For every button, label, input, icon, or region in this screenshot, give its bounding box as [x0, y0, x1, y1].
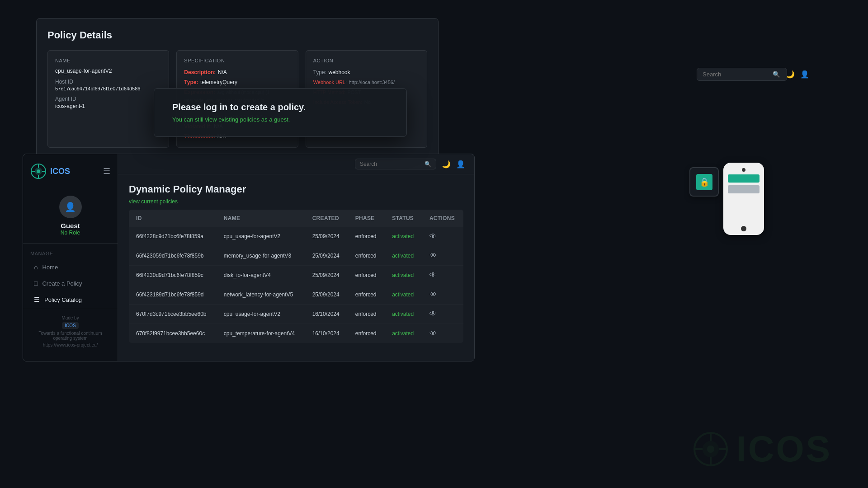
col-name: Name — [217, 210, 305, 227]
table-row: 66f423059d71bc6fe78f859b memory_usage-fo… — [129, 246, 463, 266]
cell-phase: enforced — [348, 285, 385, 305]
table-header-row: ID Name Created Phase Status Actions — [129, 210, 463, 227]
cell-phase: enforced — [348, 305, 385, 324]
cell-id: 66f423059d71bc6fe78f859b — [129, 246, 217, 266]
phone-dot-bottom — [741, 226, 746, 231]
user-menu-button[interactable]: 👤 — [800, 70, 809, 79]
cell-id: 66f423189d71bc6fe78f859d — [129, 285, 217, 305]
dark-mode-button[interactable]: 🌙 — [442, 160, 451, 169]
view-policy-button[interactable]: 👁 — [429, 271, 437, 279]
desc-label: Description: — [184, 69, 216, 75]
top-right-search-button[interactable]: 🔍 — [773, 71, 780, 78]
icos-small-logo: ICOS — [62, 322, 78, 329]
host-id-value: 57e17cac94714bf6976f1e071d64d586 — [55, 86, 161, 91]
view-policy-button[interactable]: 👁 — [429, 310, 437, 318]
col-phase: Phase — [348, 210, 385, 227]
main-topbar: 🔍 🌙 👤 — [118, 154, 474, 174]
watermark: ICOS — [693, 428, 832, 470]
sidebar: ICOS ☰ 👤 Guest No Role Manage ⌂ Home □ C… — [23, 154, 118, 361]
cell-actions: 👁 — [422, 246, 463, 266]
cell-name: cpu_temperature-for-agentV4 — [217, 324, 305, 343]
name-card-title: Name — [55, 58, 161, 63]
cell-name: disk_io-for-agentV4 — [217, 266, 305, 285]
lock-icon: 🔒 — [696, 174, 712, 190]
spec-card-title: Specification — [184, 58, 290, 63]
search-bar: 🔍 — [355, 159, 436, 169]
login-subtitle: You can still view existing policies as … — [172, 116, 388, 123]
table-row: 66f4230d9d71bc6fe78f859c disk_io-for-age… — [129, 266, 463, 285]
phone-bar-teal — [728, 174, 760, 183]
sidebar-item-create-policy-label: Create a Policy — [42, 280, 82, 287]
agent-id-label: Agent ID — [55, 96, 161, 102]
policy-catalog-icon: ☰ — [34, 296, 40, 303]
phone-decoration — [723, 163, 764, 235]
theme-toggle-button[interactable]: 🌙 — [786, 70, 795, 79]
table-row: 670f82f9971bcee3bb5ee60c cpu_temperature… — [129, 324, 463, 343]
cell-name: memory_usage-for-agentV3 — [217, 246, 305, 266]
cell-phase: enforced — [348, 324, 385, 343]
sidebar-item-home[interactable]: ⌂ Home — [27, 259, 114, 275]
app-container: ICOS ☰ 👤 Guest No Role Manage ⌂ Home □ C… — [23, 154, 475, 361]
name-card: Name cpu_usage-for-agentV2 Host ID 57e17… — [47, 50, 169, 148]
sidebar-item-policy-catalog[interactable]: ☰ Policy Catalog — [27, 291, 114, 308]
cell-status: activated — [385, 305, 422, 324]
desc-value: N/A — [218, 69, 227, 75]
cell-id: 66f4228c9d71bc6fe78f859a — [129, 227, 217, 246]
cell-actions: 👁 — [422, 324, 463, 343]
logo-area: ICOS ☰ — [23, 163, 118, 188]
view-current-policies-link[interactable]: view current policies — [129, 198, 178, 205]
nav-manage-label: Manage — [23, 244, 118, 259]
col-status: Status — [385, 210, 422, 227]
icos-logo-icon — [30, 163, 47, 179]
top-right-search-area: 🔍 🌙 👤 — [697, 68, 809, 81]
watermark-text: ICOS — [736, 428, 832, 470]
cell-phase: enforced — [348, 266, 385, 285]
cell-phase: enforced — [348, 227, 385, 246]
view-policy-button[interactable]: 👁 — [429, 291, 437, 299]
search-bar-icon[interactable]: 🔍 — [425, 161, 431, 167]
view-policy-button[interactable]: 👁 — [429, 329, 437, 338]
cell-actions: 👁 — [422, 285, 463, 305]
made-by-text: Made by — [30, 315, 110, 320]
hamburger-button[interactable]: ☰ — [103, 166, 110, 176]
col-created: Created — [305, 210, 348, 227]
cell-status: activated — [385, 227, 422, 246]
footer-url[interactable]: https://www.icos-project.eu/ — [43, 343, 98, 347]
lock-icon-box: 🔒 — [689, 167, 719, 197]
cell-actions: 👁 — [422, 305, 463, 324]
cell-phase: enforced — [348, 246, 385, 266]
svg-point-2 — [37, 169, 40, 173]
spec-type-value: telemetryQuery — [200, 79, 237, 85]
user-name: Guest — [30, 222, 110, 230]
host-id-label: Host ID — [55, 79, 161, 85]
sidebar-item-home-label: Home — [42, 264, 58, 271]
cell-name: cpu_usage-for-agentV2 — [217, 305, 305, 324]
footer-description: Towards a functional continuum operating… — [30, 331, 110, 341]
phone-bar-gray — [728, 185, 760, 193]
search-input[interactable] — [360, 161, 422, 167]
lock-decoration: 🔒 — [689, 167, 719, 197]
table-row: 66f423189d71bc6fe78f859d network_latency… — [129, 285, 463, 305]
view-policy-button[interactable]: 👁 — [429, 252, 437, 260]
cell-created: 25/09/2024 — [305, 285, 348, 305]
action-type-value: webhook — [328, 69, 350, 75]
cell-status: activated — [385, 285, 422, 305]
login-popup: Please log in to create a policy. You ca… — [154, 88, 407, 137]
user-avatar: 👤 — [59, 196, 82, 218]
home-icon: ⌂ — [34, 263, 38, 271]
sidebar-item-policy-catalog-label: Policy Catalog — [44, 296, 82, 303]
phone-dot-top — [742, 168, 745, 172]
view-policy-button[interactable]: 👁 — [429, 232, 437, 240]
cell-id: 670f82f9971bcee3bb5ee60c — [129, 324, 217, 343]
sidebar-item-create-policy[interactable]: □ Create a Policy — [27, 275, 114, 291]
watermark-logo — [693, 431, 729, 467]
svg-point-9 — [707, 446, 714, 453]
action-card-title: Action — [313, 58, 420, 63]
logo-text: ICOS — [50, 167, 70, 176]
webhook-label: Webhook URL: — [313, 80, 347, 85]
account-button[interactable]: 👤 — [456, 160, 465, 169]
cell-id: 670f7d3c971bcee3bb5ee60b — [129, 305, 217, 324]
policy-manager-title: Dynamic Policy Manager — [129, 183, 463, 195]
bg-panel-title: Policy Details — [47, 29, 427, 41]
col-id: ID — [129, 210, 217, 227]
